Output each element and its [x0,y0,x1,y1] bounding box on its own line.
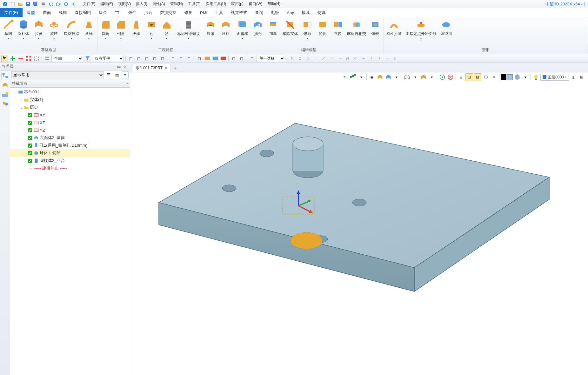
funnel-icon[interactable]: ▼ [122,71,129,78]
cylinder-button[interactable]: 圆柱体▾ [16,18,31,41]
material-icon[interactable] [513,73,521,81]
select-icon[interactable] [1,55,8,62]
chamfer-button[interactable]: 倒角▾ [113,18,129,41]
users-tab-icon[interactable] [1,100,9,108]
tool-icon[interactable] [220,55,227,62]
tree-solid[interactable]: › 实体(1) [10,96,130,104]
close-icon[interactable]: ✕ [122,64,128,70]
menu-app[interactable]: 应用(p) [229,0,246,8]
visibility-checkbox[interactable] [28,113,32,117]
sweep-button[interactable]: 螺旋扫掠▾ [62,18,81,41]
tree-item-sphere[interactable]: 球体1_切除 [10,149,130,157]
wrap-button[interactable]: 缠绕到 [438,18,454,38]
grid-icon[interactable] [25,55,32,62]
snap-icon[interactable]: ⊡ [465,73,473,81]
visibility-checkbox[interactable] [28,121,32,125]
ribbon-tab[interactable]: PMI [196,8,211,17]
menu-insert[interactable]: 插入(I) [133,0,150,8]
partfilt-icon[interactable] [84,55,91,62]
ribbon-tab[interactable]: 曲面 [39,8,55,17]
view-tab-icon[interactable] [1,91,9,98]
tree-item-yz[interactable]: YZ [10,126,130,134]
curve-icon[interactable]: ⋮ [368,55,375,62]
cube-tab-icon[interactable] [1,81,9,89]
monitor-icon[interactable]: 🖵 [482,73,490,81]
tool-icon[interactable]: ◻ [159,55,166,62]
menu-file[interactable]: 文件(F) [80,0,98,8]
tool-icon[interactable] [212,55,219,62]
color-blue[interactable] [507,74,513,80]
caret-icon[interactable]: › [19,97,23,102]
menu-tools[interactable]: 工具(T) [185,0,203,8]
add-tab-button[interactable]: ＋ [171,64,179,72]
tree-stop[interactable]: ← ----- 建模停止 ----- [10,164,130,172]
menu-edit[interactable]: 编辑(E) [98,0,116,8]
revolve-button[interactable]: 旋转▾ [46,18,62,41]
trim-button[interactable]: 修剪▾ [300,18,315,41]
tree-history[interactable]: ⌄ 历史 [10,104,130,111]
visibility-checkbox[interactable] [28,136,32,140]
filter-parts-select[interactable]: 仅有零件 [92,55,124,62]
tool-icon[interactable]: ◻ [151,55,158,62]
tree-item-xz[interactable]: XZ [10,119,130,126]
tool-icon[interactable]: ◻ [177,55,184,62]
ribbon-tab[interactable]: 工具 [211,8,227,17]
saveall-icon[interactable] [32,1,39,8]
feature-tree[interactable]: ⌄ 零件001 › 实体(1) ⌄ 历史 [10,88,130,375]
offset-button[interactable]: 面偏移▾ [235,18,250,41]
tool-icon[interactable]: ◻ [230,55,237,62]
rib-button[interactable]: 筋▾ [159,18,174,41]
new-icon[interactable] [9,1,16,8]
curve-icon[interactable]: ◔ [344,55,351,62]
dd-icon[interactable]: ▾ [393,73,400,81]
curve-icon[interactable]: ⊂ [352,55,359,62]
cylbend-button[interactable]: 圆柱折弯 [384,18,404,38]
fillet-button[interactable]: 圆角▾ [98,18,113,41]
tree-tab-icon[interactable] [1,72,9,79]
selmode-select[interactable]: 单一选择 [257,55,285,62]
replace-button[interactable]: 置换 [330,18,345,38]
draft-button[interactable]: 拔模 [129,18,144,38]
ribbon-tab[interactable]: 仿真 [314,8,330,17]
curve-icon[interactable]: ▭ [384,55,391,62]
document-tab[interactable]: 零件001.Z3PRT ✕ [132,64,171,72]
dd-icon[interactable]: ▾ [357,73,365,81]
tool-icon[interactable]: ◻ [249,55,256,62]
viewport[interactable]: 按下<F2>动态的观察 <F8>或者<Shift-roll> 查找下一个有效的过… [130,82,588,375]
dd-icon[interactable]: ▾ [411,73,419,81]
refresh-icon[interactable] [63,1,70,8]
curve-icon[interactable]: ↖ [289,55,296,62]
tool-icon[interactable]: ◻ [135,55,142,62]
ribbon-tab[interactable]: 直接编辑 [71,8,95,17]
tree-item-xy[interactable]: XY [10,111,130,119]
rect-icon[interactable] [33,55,40,62]
tree-item-cyl[interactable]: 圆柱体2_凸台 [10,157,130,164]
caret-icon[interactable]: ⌄ [19,105,23,110]
shell-button[interactable]: 抽壳 [250,18,265,38]
tree-item-box[interactable]: 六面体2_基体 [10,134,130,142]
menu-view[interactable]: 视图(V) [116,0,133,8]
tool-icon[interactable]: ◻ [170,55,177,62]
view-icon[interactable]: ⟲ [341,73,349,81]
add-icon[interactable] [9,55,16,62]
display-filter-select[interactable]: 显示常用 [11,71,104,78]
layers-icon[interactable] [43,55,50,62]
close-tab-icon[interactable]: ✕ [164,66,167,70]
inlay-button[interactable]: 镶嵌 [368,18,383,38]
tool-icon[interactable]: ◻ [127,55,134,62]
snap-icon[interactable]: ⊟ [474,73,481,81]
curve-icon[interactable]: ○ [336,55,343,62]
tree-root[interactable]: ⌄ 零件001 [10,88,130,96]
ribbon-tab[interactable]: FTI [111,8,125,17]
tool-icon[interactable] [204,55,211,62]
thread-button[interactable]: 标记外部螺纹▾ [174,18,203,41]
view-icon[interactable]: ⊞ [578,73,585,81]
print-icon[interactable] [40,1,47,8]
loft-button[interactable]: 放样▾ [81,18,97,41]
ribbon-tab[interactable]: 线框 [55,8,71,17]
target-icon[interactable] [438,73,446,81]
ribbon-tab[interactable]: 视觉样式 [227,8,251,17]
selfint-button[interactable]: 解析自相交 [345,18,368,38]
remove-button[interactable]: 移除实体 [281,18,300,38]
menu-util[interactable]: 实用工具(U) [203,0,229,8]
